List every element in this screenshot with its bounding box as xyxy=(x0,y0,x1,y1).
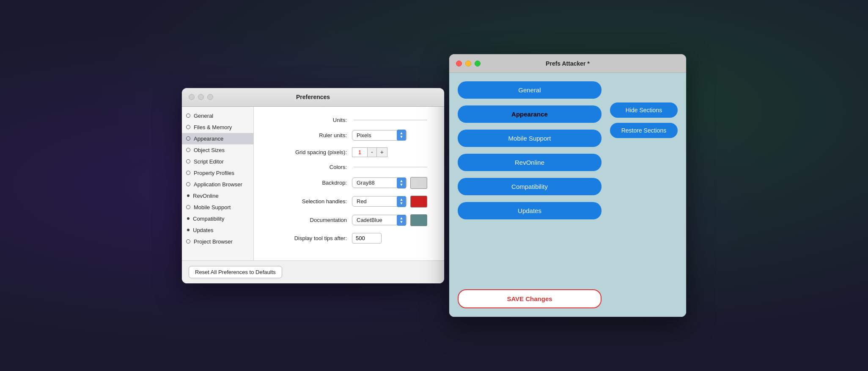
backdrop-label: Backdrop: xyxy=(271,180,347,186)
sidebar-dot-script-editor xyxy=(186,159,190,163)
documentation-control: CadetBlue ▲▼ xyxy=(352,214,427,226)
sidebar-item-script-editor[interactable]: Script Editor xyxy=(182,156,253,167)
sidebar-bullet-updates xyxy=(187,229,190,231)
sidebar-dot-object-sizes xyxy=(186,148,190,152)
units-row: Units: xyxy=(271,117,427,123)
ruler-units-row: Ruler units: Pixels Inches Centimeters ▲… xyxy=(271,130,427,141)
sidebar-item-general[interactable]: General xyxy=(182,110,253,122)
grid-spacing-value: 1 xyxy=(352,147,367,157)
sidebar-item-application-browser[interactable]: Application Browser xyxy=(182,179,253,190)
sidebar-item-appearance[interactable]: Appearance xyxy=(182,133,253,144)
maximize-button[interactable] xyxy=(207,94,213,100)
sidebar-dot-project-browser xyxy=(186,239,190,244)
backdrop-color-swatch[interactable] xyxy=(410,177,427,189)
sidebar-label-object-sizes: Object Sizes xyxy=(194,147,225,153)
sidebar-dot-mobile-support xyxy=(186,205,190,209)
colors-row: Colors: xyxy=(271,164,427,170)
sidebar-label-script-editor: Script Editor xyxy=(194,158,224,165)
ruler-units-select[interactable]: Pixels Inches Centimeters xyxy=(352,130,407,141)
minimize-button[interactable] xyxy=(198,94,204,100)
sidebar-dot-files-memory xyxy=(186,125,190,129)
selection-handles-control: Red ▲▼ xyxy=(352,196,427,208)
window-title: Preferences xyxy=(296,94,330,100)
sidebar-dot-property-profiles xyxy=(186,171,190,175)
sidebar-item-files-memory[interactable]: Files & Memory xyxy=(182,122,253,133)
attacker-appearance-button[interactable]: Appearance xyxy=(458,105,602,123)
sidebar-label-revonline: RevOnline xyxy=(193,193,219,199)
sidebar-item-compatibility[interactable]: Compatibility xyxy=(182,213,253,224)
backdrop-select[interactable]: Gray88 xyxy=(352,177,407,188)
selection-handles-color-swatch[interactable] xyxy=(410,196,427,208)
grid-spacing-increase[interactable]: + xyxy=(376,147,387,157)
grid-spacing-row: Grid spacing (pixels): 1 - + xyxy=(271,147,427,157)
reset-button[interactable]: Reset All Preferences to Defaults xyxy=(189,266,282,278)
sidebar-item-object-sizes[interactable]: Object Sizes xyxy=(182,144,253,156)
selection-handles-label: Selection handles: xyxy=(271,198,347,205)
sidebar-item-mobile-support[interactable]: Mobile Support xyxy=(182,202,253,213)
ruler-units-select-wrapper: Pixels Inches Centimeters ▲▼ xyxy=(352,130,407,141)
sidebar: General Files & Memory Appearance Object… xyxy=(182,107,254,260)
attacker-minimize-button[interactable] xyxy=(465,61,471,66)
backdrop-control: Gray88 ▲▼ xyxy=(352,177,427,189)
sidebar-item-updates[interactable]: Updates xyxy=(182,224,253,236)
units-label: Units: xyxy=(271,117,347,123)
sidebar-label-updates: Updates xyxy=(193,227,213,233)
attacker-titlebar: Prefs Attacker * xyxy=(449,54,686,73)
sidebar-item-project-browser[interactable]: Project Browser xyxy=(182,236,253,247)
attacker-maximize-button[interactable] xyxy=(475,61,481,66)
sidebar-label-project-browser: Project Browser xyxy=(194,238,233,245)
sidebar-label-compatibility: Compatibility xyxy=(193,216,224,222)
restore-sections-button[interactable]: Restore Sections xyxy=(610,123,678,138)
attacker-window: Prefs Attacker * General Appearance Mobi… xyxy=(449,54,686,317)
attacker-general-button[interactable]: General xyxy=(458,81,602,99)
sidebar-bullet-compatibility xyxy=(187,217,190,220)
sidebar-label-general: General xyxy=(194,113,213,119)
attacker-mobile-support-button[interactable]: Mobile Support xyxy=(458,130,602,147)
preferences-window: Preferences General Files & Memory Appea… xyxy=(182,88,444,283)
tooltip-row: Display tool tips after: xyxy=(271,233,427,244)
documentation-label: Documentation xyxy=(271,217,347,223)
sidebar-label-appearance: Appearance xyxy=(194,136,223,142)
attacker-traffic-lights xyxy=(456,61,481,66)
sidebar-item-property-profiles[interactable]: Property Profiles xyxy=(182,167,253,179)
sidebar-item-revonline[interactable]: RevOnline xyxy=(182,190,253,202)
sidebar-label-property-profiles: Property Profiles xyxy=(194,170,234,176)
documentation-row: Documentation CadetBlue ▲▼ xyxy=(271,214,427,226)
grid-spacing-control: 1 - + xyxy=(352,147,387,157)
sidebar-label-mobile-support: Mobile Support xyxy=(194,204,231,210)
attacker-left-panel: General Appearance Mobile Support RevOnl… xyxy=(458,81,602,308)
backdrop-row: Backdrop: Gray88 ▲▼ xyxy=(271,177,427,189)
backdrop-select-wrapper: Gray88 ▲▼ xyxy=(352,177,407,188)
grid-spacing-label: Grid spacing (pixels): xyxy=(271,149,347,155)
attacker-compatibility-button[interactable]: Compatibility xyxy=(458,178,602,195)
units-divider xyxy=(354,120,427,120)
sidebar-label-files-memory: Files & Memory xyxy=(194,124,232,130)
attacker-body: General Appearance Mobile Support RevOnl… xyxy=(449,73,686,317)
prefs-footer: Reset All Preferences to Defaults xyxy=(182,260,444,283)
sidebar-bullet-revonline xyxy=(187,194,190,197)
tooltip-input[interactable] xyxy=(352,233,382,244)
preferences-titlebar: Preferences xyxy=(182,88,444,107)
attacker-updates-button[interactable]: Updates xyxy=(458,202,602,219)
attacker-revonline-button[interactable]: RevOnline xyxy=(458,154,602,171)
attacker-right-panel: Hide Sections Restore Sections xyxy=(610,81,678,308)
traffic-lights xyxy=(189,94,213,100)
colors-label: Colors: xyxy=(271,164,347,170)
selection-handles-row: Selection handles: Red ▲▼ xyxy=(271,196,427,208)
documentation-color-swatch[interactable] xyxy=(410,214,427,226)
save-changes-button[interactable]: SAVE Changes xyxy=(458,289,602,308)
ruler-units-control: Pixels Inches Centimeters ▲▼ xyxy=(352,130,407,141)
documentation-select[interactable]: CadetBlue xyxy=(352,215,407,225)
selection-handles-select[interactable]: Red xyxy=(352,196,407,207)
attacker-close-button[interactable] xyxy=(456,61,462,66)
sidebar-dot-application-browser xyxy=(186,182,190,186)
colors-divider xyxy=(354,167,427,167)
close-button[interactable] xyxy=(189,94,195,100)
sidebar-dot-general xyxy=(186,114,190,118)
hide-sections-button[interactable]: Hide Sections xyxy=(610,102,678,118)
ruler-units-label: Ruler units: xyxy=(271,132,347,138)
attacker-window-title: Prefs Attacker * xyxy=(546,60,590,67)
grid-spacing-decrease[interactable]: - xyxy=(367,147,376,157)
prefs-content: Units: Ruler units: Pixels Inches Centim… xyxy=(254,107,444,260)
selection-handles-select-wrapper: Red ▲▼ xyxy=(352,196,407,207)
